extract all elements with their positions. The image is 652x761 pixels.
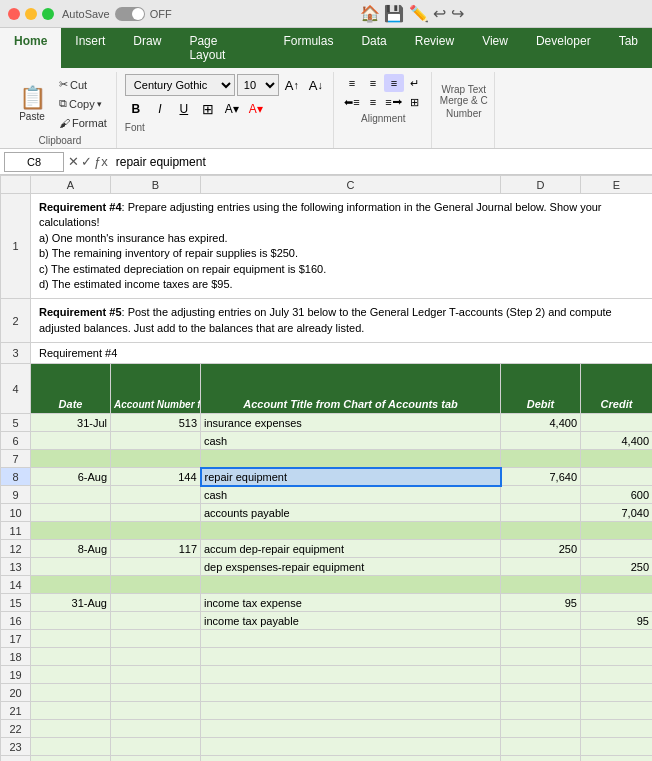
cell-10-B[interactable] — [111, 504, 201, 522]
cell-6-B[interactable] — [111, 432, 201, 450]
cell-13-D[interactable] — [501, 558, 581, 576]
decrease-font-button[interactable]: A↓ — [305, 74, 327, 96]
cell-10-C[interactable]: accounts payable — [201, 504, 501, 522]
cell-20-D[interactable] — [501, 684, 581, 702]
spreadsheet-container[interactable]: A B C D E 1 Requirement #4: Prepare adju… — [0, 175, 652, 761]
row-header-9[interactable]: 9 — [1, 486, 31, 504]
cell-21-A[interactable] — [31, 702, 111, 720]
formula-input[interactable] — [112, 152, 648, 172]
paste-button[interactable]: 📋 Paste — [10, 78, 54, 130]
cell-17-E[interactable] — [581, 630, 653, 648]
cell-17-C[interactable] — [201, 630, 501, 648]
cell-9-E[interactable]: 600 — [581, 486, 653, 504]
cell-23-D[interactable] — [501, 738, 581, 756]
cell-8-A[interactable]: 6-Aug — [31, 468, 111, 486]
cell-24-E[interactable] — [581, 756, 653, 761]
cell-9-A[interactable] — [31, 486, 111, 504]
row-header-5[interactable]: 5 — [1, 414, 31, 432]
cell-9-C[interactable]: cash — [201, 486, 501, 504]
row-header-16[interactable]: 16 — [1, 612, 31, 630]
bold-button[interactable]: B — [125, 98, 147, 120]
cell-11-D[interactable] — [501, 522, 581, 540]
cell-11-A[interactable] — [31, 522, 111, 540]
cell-18-D[interactable] — [501, 648, 581, 666]
row-header-2[interactable]: 2 — [1, 299, 31, 343]
row-header-22[interactable]: 22 — [1, 720, 31, 738]
cell-12-C[interactable]: accum dep-repair equipment — [201, 540, 501, 558]
row-header-12[interactable]: 12 — [1, 540, 31, 558]
cell-23-C[interactable] — [201, 738, 501, 756]
cell-23-A[interactable] — [31, 738, 111, 756]
cell-13-C[interactable]: dep exspenses-repair equipment — [201, 558, 501, 576]
cell-12-B[interactable]: 117 — [111, 540, 201, 558]
cell-17-A[interactable] — [31, 630, 111, 648]
cell-15-B[interactable] — [111, 594, 201, 612]
cell-11-E[interactable] — [581, 522, 653, 540]
cell-23-E[interactable] — [581, 738, 653, 756]
close-button[interactable] — [8, 8, 20, 20]
col-header-C[interactable]: C — [201, 176, 501, 194]
cell-19-D[interactable] — [501, 666, 581, 684]
row-header-21[interactable]: 21 — [1, 702, 31, 720]
cell-20-E[interactable] — [581, 684, 653, 702]
cell-7-D[interactable] — [501, 450, 581, 468]
font-size-select[interactable]: 10 — [237, 74, 279, 96]
row-header-7[interactable]: 7 — [1, 450, 31, 468]
cell-6-A[interactable] — [31, 432, 111, 450]
cell-15-D[interactable]: 95 — [501, 594, 581, 612]
tab-page-layout[interactable]: Page Layout — [175, 28, 269, 68]
cell-18-E[interactable] — [581, 648, 653, 666]
col-header-A[interactable]: A — [31, 176, 111, 194]
cell-20-A[interactable] — [31, 684, 111, 702]
row-header-1[interactable]: 1 — [1, 194, 31, 299]
col-header-B[interactable]: B — [111, 176, 201, 194]
cell-13-A[interactable] — [31, 558, 111, 576]
cell-5-B[interactable]: 513 — [111, 414, 201, 432]
cell-7-A[interactable] — [31, 450, 111, 468]
cell-5-D[interactable]: 4,400 — [501, 414, 581, 432]
cell-13-B[interactable] — [111, 558, 201, 576]
align-right-button[interactable]: ≡⮕ — [384, 93, 404, 111]
col-header-D[interactable]: D — [501, 176, 581, 194]
cell-9-B[interactable] — [111, 486, 201, 504]
row-header-11[interactable]: 11 — [1, 522, 31, 540]
col-header-E[interactable]: E — [581, 176, 653, 194]
cell-10-A[interactable] — [31, 504, 111, 522]
minimize-button[interactable] — [25, 8, 37, 20]
wrap-text-button[interactable]: ↵ — [405, 74, 425, 92]
cell-18-B[interactable] — [111, 648, 201, 666]
cell-12-E[interactable] — [581, 540, 653, 558]
cell-14-D[interactable] — [501, 576, 581, 594]
row-header-4[interactable]: 4 — [1, 364, 31, 414]
cell-24-C[interactable] — [201, 756, 501, 761]
cell-7-B[interactable] — [111, 450, 201, 468]
align-top-right-button[interactable]: ≡ — [384, 74, 404, 92]
cell-23-B[interactable] — [111, 738, 201, 756]
cell-9-D[interactable] — [501, 486, 581, 504]
confirm-formula-icon[interactable]: ✓ — [81, 154, 92, 169]
cell-5-A[interactable]: 31-Jul — [31, 414, 111, 432]
cell-16-C[interactable]: income tax payable — [201, 612, 501, 630]
cell-24-B[interactable] — [111, 756, 201, 761]
cell-6-D[interactable] — [501, 432, 581, 450]
cell-22-E[interactable] — [581, 720, 653, 738]
tab-extra[interactable]: Tab — [605, 28, 652, 68]
row-header-13[interactable]: 13 — [1, 558, 31, 576]
row-header-17[interactable]: 17 — [1, 630, 31, 648]
row-header-15[interactable]: 15 — [1, 594, 31, 612]
cell-14-B[interactable] — [111, 576, 201, 594]
format-painter-button[interactable]: 🖌 Format — [56, 114, 110, 132]
cell-10-E[interactable]: 7,040 — [581, 504, 653, 522]
fill-color-button[interactable]: A▾ — [221, 98, 243, 120]
cell-22-D[interactable] — [501, 720, 581, 738]
cell-21-C[interactable] — [201, 702, 501, 720]
align-top-left-button[interactable]: ≡ — [342, 74, 362, 92]
tab-view[interactable]: View — [468, 28, 522, 68]
cell-24-A[interactable] — [31, 756, 111, 761]
cell-21-B[interactable] — [111, 702, 201, 720]
tab-developer[interactable]: Developer — [522, 28, 605, 68]
cell-15-E[interactable] — [581, 594, 653, 612]
maximize-button[interactable] — [42, 8, 54, 20]
cell-reference-box[interactable]: C8 — [4, 152, 64, 172]
cell-21-D[interactable] — [501, 702, 581, 720]
